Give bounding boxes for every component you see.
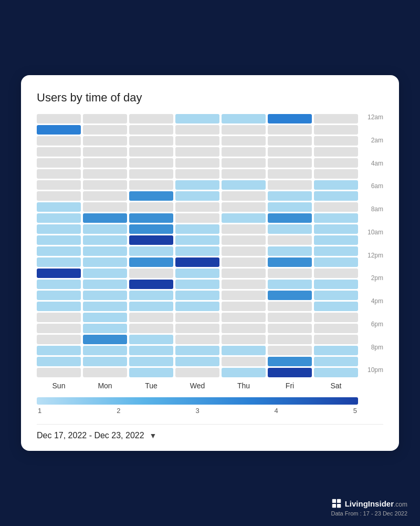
heatmap-cell	[268, 280, 312, 289]
heatmap-cell	[222, 335, 266, 344]
heatmap-cell	[268, 257, 312, 267]
heatmap-cell	[268, 158, 312, 168]
heatmap-cell	[129, 368, 173, 377]
heatmap-cell	[268, 202, 312, 212]
heatmap-cell	[175, 125, 219, 135]
heatmap-cell	[175, 346, 219, 355]
heatmap-cell	[314, 114, 358, 123]
dropdown-arrow-icon: ▼	[150, 431, 157, 440]
heatmap-cell	[314, 235, 358, 245]
y-axis-label: 4am	[362, 160, 383, 183]
svg-rect-2	[332, 504, 335, 508]
heatmap-cell	[83, 180, 127, 190]
heatmap-cell	[222, 302, 266, 311]
footer-brand: LivingInsider.com Data From : 17 - 23 De…	[331, 498, 407, 517]
heatmap-cell	[37, 191, 81, 201]
date-selector[interactable]: Dec 17, 2022 - Dec 23, 2022 ▼	[37, 431, 383, 440]
heatmap-cell	[129, 169, 173, 179]
heatmap-cell	[83, 224, 127, 234]
heatmap-cell	[175, 158, 219, 168]
heatmap: SunMonTueWedThuFriSat	[37, 114, 358, 390]
svg-rect-3	[337, 504, 341, 508]
heatmap-cell	[37, 357, 81, 366]
heatmap-cell	[175, 313, 219, 322]
heatmap-cell	[268, 324, 312, 333]
heatmap-cell	[129, 335, 173, 344]
heatmap-cell	[175, 169, 219, 179]
heatmap-cell	[222, 169, 266, 179]
heatmap-cell	[175, 335, 219, 344]
y-axis-label: 6am	[362, 183, 383, 206]
heatmap-cell	[268, 180, 312, 190]
y-axis-label: 2am	[362, 137, 383, 160]
y-axis-label: 6pm	[362, 321, 383, 344]
heatmap-cell	[37, 324, 81, 333]
heatmap-cell	[129, 313, 173, 322]
legend-number: 4	[275, 407, 278, 415]
heatmap-cell	[268, 191, 312, 201]
heatmap-cell	[129, 158, 173, 168]
heatmap-cell	[175, 114, 219, 123]
heatmap-cell	[37, 335, 81, 344]
x-axis-label: Mon	[83, 381, 127, 390]
heatmap-cell	[314, 246, 358, 256]
heatmap-cell	[129, 125, 173, 135]
brand-name: LivingInsider.com	[345, 499, 407, 508]
heatmap-cell	[175, 180, 219, 190]
y-axis-label: 12am	[362, 114, 383, 137]
heatmap-cell	[268, 125, 312, 135]
heatmap-cell	[175, 191, 219, 201]
brand-logo: LivingInsider.com	[331, 498, 407, 509]
heatmap-cell	[129, 346, 173, 355]
date-range-text: Dec 17, 2022 - Dec 23, 2022	[37, 431, 144, 440]
heatmap-cell	[222, 213, 266, 223]
y-axis-label: 4pm	[362, 298, 383, 321]
legend-numbers: 12345	[37, 407, 358, 415]
heatmap-cell	[222, 191, 266, 201]
legend-number: 3	[195, 407, 199, 415]
heatmap-cell	[314, 147, 358, 157]
heatmap-cell	[83, 324, 127, 333]
heatmap-cell	[222, 180, 266, 190]
heatmap-cell	[83, 235, 127, 245]
x-axis-label: Fri	[268, 381, 312, 390]
heatmap-cell	[314, 136, 358, 146]
x-axis-label: Tue	[129, 381, 173, 390]
heatmap-cell	[37, 291, 81, 300]
heatmap-cell	[129, 147, 173, 157]
heatmap-cell	[37, 246, 81, 256]
heatmap-cell	[222, 368, 266, 377]
heatmap-cell	[37, 158, 81, 168]
heatmap-cell	[222, 324, 266, 333]
heatmap-cell	[129, 224, 173, 234]
y-axis: 12am2am4am6am8am10am12pm2pm4pm6pm8pm10pm	[358, 114, 383, 390]
y-axis-label: 12pm	[362, 252, 383, 275]
heatmap-cell	[222, 313, 266, 322]
heatmap-cell	[83, 147, 127, 157]
heatmap-cell	[175, 147, 219, 157]
heatmap-cell	[268, 246, 312, 256]
heatmap-cell	[314, 191, 358, 201]
heatmap-cell	[129, 324, 173, 333]
legend-number: 1	[38, 407, 41, 415]
heatmap-cell	[268, 213, 312, 223]
heatmap-cell	[268, 224, 312, 234]
heatmap-cell	[83, 280, 127, 289]
heatmap-cell	[83, 246, 127, 256]
heatmap-cell	[222, 136, 266, 146]
heatmap-cell	[222, 235, 266, 245]
heatmap-cell	[37, 202, 81, 212]
heatmap-cell	[268, 357, 312, 366]
brand-icon	[331, 498, 342, 509]
heatmap-cell	[37, 269, 81, 278]
heatmap-cell	[37, 257, 81, 267]
heatmap-cell	[222, 291, 266, 300]
heatmap-cell	[268, 114, 312, 123]
heatmap-cell	[129, 202, 173, 212]
heatmap-cell	[222, 269, 266, 278]
heatmap-cell	[314, 169, 358, 179]
heatmap-cell	[222, 246, 266, 256]
heatmap-cell	[83, 269, 127, 278]
heatmap-cell	[83, 368, 127, 377]
heatmap-cell	[314, 357, 358, 366]
